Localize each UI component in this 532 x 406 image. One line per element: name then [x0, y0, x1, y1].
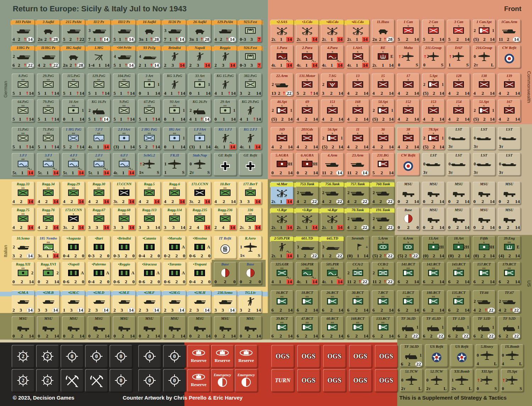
- counter-ii-hg-pz[interactable]: II/HG Pz42↑22: [37, 45, 60, 68]
- counter-ix-spt[interactable]: IX.Spt↑20S: [501, 369, 523, 392]
- counter-38[interactable]: 38X4214: [397, 127, 420, 150]
- counter-41-cdo[interactable]: •41.Cdo2L114: [347, 20, 369, 42]
- counter-168-rct[interactable]: 168.RCTIII6214: [347, 316, 369, 339]
- counter-lst[interactable]: LST03T: [498, 127, 521, 150]
- counter-601-td[interactable]: 601.TD12223: [296, 236, 318, 259]
- counter-179-rct[interactable]: 179.RCTIII6214: [498, 262, 521, 285]
- counter-cw-refit[interactable]: CW Refit: [397, 153, 420, 176]
- counter-129-pzg[interactable]: 129.PzGIII51↑14: [88, 73, 110, 96]
- counter-173-ccnn[interactable]: 173.CCNNX3L214: [62, 208, 85, 230]
- counter-cw-refit[interactable]: CW Refit: [498, 45, 521, 68]
- counter-923-fest[interactable]: 923.Fest0-337: [239, 20, 262, 42]
- counter-180-rct[interactable]: 180.RCTIII6214: [422, 290, 445, 313]
- counter-4-arm[interactable]: 4.Arm11214: [321, 153, 344, 176]
- counter-ragg-34[interactable]: Ragg.34III4214: [37, 182, 60, 204]
- counter-hg-aufkl[interactable]: HG Aufkl2R2↑28: [62, 45, 85, 68]
- counter-4-para[interactable]: 4.ParaX4L114: [321, 45, 344, 68]
- counter-13-art[interactable]: 13.ArtX(0)2142H: [422, 236, 445, 259]
- counter-tf-3-id[interactable]: TF 3.ID62221: [473, 316, 495, 339]
- counter-ragg-235[interactable]: Ragg.235III2414: [188, 208, 211, 230]
- counter-143-rct[interactable]: 143.RCTIII6214: [447, 262, 470, 285]
- counter-60-rct[interactable]: 60.RCTIII6214: [321, 316, 344, 339]
- counter-target-0[interactable]: 0: [163, 345, 186, 368]
- counter-753-tank[interactable]: 753.Tank42222: [296, 182, 318, 204]
- counter-29-art[interactable]: 29 ArtIII01141: [214, 99, 237, 122]
- counter-39-eng[interactable]: 39.EngIII(4)214E: [498, 236, 521, 259]
- counter-10-semo[interactable]: 10.Semo32142: [12, 236, 34, 259]
- counter-lst[interactable]: LST03T: [473, 153, 495, 176]
- counter-msu[interactable]: MSU0214: [62, 316, 85, 339]
- counter-6-fj[interactable]: 6.FJIII4L114: [113, 153, 135, 176]
- counter-ragg-75[interactable]: Ragg.75III4214: [12, 208, 34, 230]
- counter-382-pzg[interactable]: 382.PzGIII3214: [239, 73, 262, 96]
- counter-tf-34-id[interactable]: TF 34.ID62221: [400, 344, 423, 367]
- counter-kg-16-pz[interactable]: KG 16.Pz51↑142: [88, 99, 110, 122]
- counter-pick[interactable]: [61, 369, 83, 392]
- counter-reggio[interactable]: Reggio2314: [214, 45, 237, 68]
- counter-93-pzjg[interactable]: 93 PzJg21↑144: [138, 45, 161, 68]
- counter-ii-2-pz[interactable]: II/2 Pz71↑143: [88, 20, 110, 42]
- counter-msu[interactable]: MSU0214: [12, 316, 34, 339]
- counter-78-spt[interactable]: 78.SptX(5)21421: [422, 127, 445, 150]
- counter-lst[interactable]: LST03T: [447, 127, 470, 150]
- counter-fifth[interactable]: FifthX(0)2143H: [473, 236, 495, 259]
- counter-8-pzg[interactable]: 8.PzGIII51↑14: [12, 73, 34, 96]
- counter-napoli[interactable]: Napoli2314: [188, 45, 211, 68]
- counter-51-spt[interactable]: 51.SptX(5)21421: [473, 99, 495, 122]
- counter-xii-spt[interactable]: XII.Spt↑20S: [476, 369, 498, 392]
- counter-stab-nap[interactable]: Stab.Nap02TS: [188, 153, 211, 176]
- counter-msu[interactable]: MSU0214: [37, 316, 60, 339]
- counter-1-mg[interactable]: 1.MG1-4114: [88, 45, 110, 68]
- counter-2-509-pir[interactable]: 2/509.PIR2L114: [271, 236, 293, 259]
- counter-3-can[interactable]: 3 CanX5214: [447, 20, 470, 42]
- counter-turn[interactable]: TURN: [271, 369, 294, 392]
- counter-reggio[interactable]: •Reggio0-620A: [113, 262, 135, 285]
- counter-645-td[interactable]: 645.TD12223: [321, 236, 344, 259]
- counter-7-rct[interactable]: 7.RCTIII6214: [372, 290, 394, 313]
- counter-msu[interactable]: MSU0214: [447, 208, 470, 230]
- counter-104-pzg[interactable]: 104.PzGIII51↑14: [113, 73, 135, 96]
- counter-msu[interactable]: MSU0214: [113, 316, 135, 339]
- counter-gm-b[interactable]: •GM.B3314: [37, 290, 60, 313]
- counter-26-rct[interactable]: 26.RCTIII6214: [321, 290, 344, 313]
- counter-gm-g[interactable]: •GM.G2314: [163, 290, 186, 313]
- counter-msu[interactable]: MSU0214: [498, 182, 521, 204]
- counter-seventh[interactable]: Seventh(0)114+: [347, 236, 369, 259]
- counter-kg-29-pzg[interactable]: KG 29.PzG41↑14: [239, 99, 262, 122]
- counter-50-spt[interactable]: 50.SptX(5)21421: [372, 99, 394, 122]
- counter-ragg-xii[interactable]: Ragg.XIIIII02142: [12, 262, 34, 285]
- counter-325-gir[interactable]: 325.GIRIII4114: [271, 262, 293, 285]
- counter-22-arm[interactable]: 22.Arm132↑222: [271, 73, 293, 96]
- counter-malta[interactable]: Malta↑20S: [397, 45, 420, 68]
- counter-5-arm[interactable]: 5.ArmX(5)2↑22: [372, 236, 394, 259]
- counter-target-0[interactable]: 0: [85, 345, 108, 368]
- counter-70-tank[interactable]: 70.Tank42222: [347, 208, 369, 230]
- counter-ii-26-pz[interactable]: II/26 Pz71↑143: [163, 20, 186, 42]
- counter-emergency[interactable]: Emergency: [235, 369, 257, 392]
- counter-2-hg-pzg[interactable]: 2 HG PzGIII52↑14: [138, 127, 161, 150]
- counter-153[interactable]: 153X4214: [422, 99, 445, 122]
- counter-msu[interactable]: MSU0214: [397, 182, 420, 204]
- counter-5-spt[interactable]: 5.SptX(5)21421: [422, 73, 445, 96]
- counter-reserve[interactable]: Reserve: [211, 345, 234, 368]
- counter-messina[interactable]: •Messina0-620A: [188, 236, 211, 259]
- counter-1-fjart[interactable]: 1.FJArtIII(3)114: [188, 127, 211, 150]
- counter-msu[interactable]: MSU0214: [138, 316, 161, 339]
- counter-xii-bomb[interactable]: XII.Bomb12NL: [450, 369, 473, 392]
- counter-5-heavy[interactable]: 5.Heavy04L: [476, 344, 498, 367]
- counter-tf-67[interactable]: TF.6742↑222: [498, 290, 521, 313]
- counter-kg-3-pzg[interactable]: KG 3.PzG41↑14: [163, 73, 186, 96]
- counter-3-rgr[interactable]: •3.Rgr2L114: [296, 208, 318, 230]
- counter-ragg-76[interactable]: Ragg.76III4214: [37, 208, 60, 230]
- counter-ragg-5[interactable]: Ragg.5III4214: [138, 182, 161, 204]
- counter-ragg-113[interactable]: Ragg.113III3314: [138, 208, 161, 230]
- counter-171-ccnn[interactable]: 171.CCNNX3L214: [188, 182, 211, 204]
- counter-tf-9-id[interactable]: TF 9.ID62221: [498, 316, 521, 339]
- counter-ge-refit[interactable]: GE Refit: [214, 153, 237, 176]
- counter-msu[interactable]: MSU0214: [163, 316, 186, 339]
- counter-211-group[interactable]: 211.Group↑20S: [422, 45, 445, 68]
- counter-ix-bomb[interactable]: IX.Bomb04L: [501, 344, 523, 367]
- counter-13[interactable]: 13X4214: [347, 73, 369, 96]
- counter-gm-e[interactable]: •GM.E2314: [113, 290, 135, 313]
- counter-gm-a[interactable]: •GM.A2314: [12, 290, 34, 313]
